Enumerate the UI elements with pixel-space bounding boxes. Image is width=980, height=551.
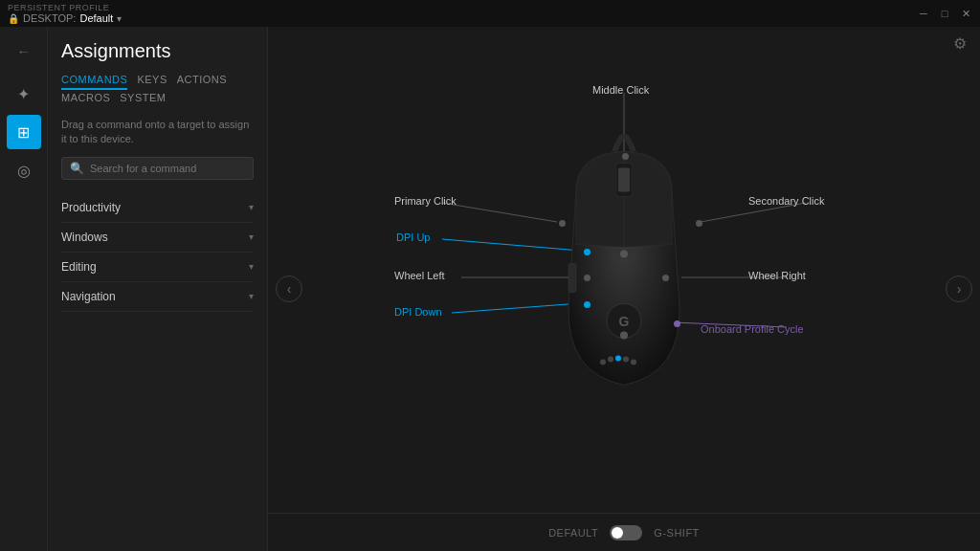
svg-point-14	[615, 356, 621, 362]
tab-row-1: COMMANDS KEYS ACTIONS	[61, 74, 254, 90]
chevron-down-icon: ▾	[249, 291, 254, 301]
category-navigation[interactable]: Navigation ▾	[61, 282, 254, 312]
svg-rect-11	[568, 264, 576, 293]
dpi-down-label: DPI Down	[394, 306, 442, 318]
svg-point-12	[600, 360, 606, 365]
icon-bar: ← ✦ ⊞ ◎	[0, 27, 48, 551]
primary-click-dot[interactable]	[559, 220, 566, 227]
left-panel: Assignments COMMANDS KEYS ACTIONS MACROS…	[48, 27, 268, 551]
tab-macros[interactable]: MACROS	[61, 92, 110, 106]
dpi-up-label: DPI Up	[396, 231, 430, 243]
chevron-down-icon: ▾	[249, 202, 254, 212]
dpi-down-dot[interactable]	[584, 301, 590, 308]
category-windows-label: Windows	[61, 231, 108, 244]
category-navigation-label: Navigation	[61, 290, 116, 303]
toggle-knob	[612, 527, 623, 539]
chevron-down-icon: ▾	[249, 231, 254, 242]
default-label: DEFAULT	[548, 527, 598, 539]
drag-hint: Drag a command onto a target to assign i…	[61, 118, 254, 147]
category-productivity[interactable]: Productivity ▾	[61, 193, 254, 223]
close-button[interactable]: ✕	[959, 7, 972, 20]
back-button[interactable]: ←	[7, 34, 41, 69]
window-controls: ─ □ ✕	[917, 7, 972, 20]
back-icon: ←	[17, 44, 31, 59]
gshift-label: G-SHIFT	[654, 527, 700, 539]
tab-row-2: MACROS SYSTEM	[61, 92, 254, 106]
mouse-illustration: G	[547, 135, 701, 403]
main-content: ⚙ ‹ ›	[268, 27, 980, 551]
tab-actions[interactable]: ACTIONS	[177, 74, 227, 90]
app-container: ← ✦ ⊞ ◎ Assignments COMMANDS KEYS ACTION…	[0, 27, 980, 551]
lighting-button[interactable]: ✦	[7, 77, 41, 111]
svg-point-19	[620, 332, 628, 340]
svg-line-1	[442, 203, 557, 222]
profile-selector[interactable]: 🔒 DESKTOP: Default ▾	[8, 12, 122, 24]
minimize-button[interactable]: ─	[917, 7, 930, 20]
primary-click-label: Primary Click	[394, 195, 457, 207]
svg-point-15	[623, 357, 629, 363]
dpi-button[interactable]: ◎	[7, 153, 41, 187]
chevron-down-icon: ▾	[249, 261, 254, 272]
maximize-button[interactable]: □	[938, 7, 951, 20]
assignments-icon: ⊞	[17, 123, 30, 142]
profile-name: Default	[79, 12, 113, 24]
assignments-button[interactable]: ⊞	[7, 115, 41, 149]
desktop-prefix: DESKTOP:	[23, 12, 76, 24]
mouse-body: G	[547, 135, 701, 406]
secondary-click-label: Secondary Click	[748, 195, 824, 207]
settings-button[interactable]: ⚙	[953, 34, 967, 53]
search-input[interactable]	[90, 163, 245, 174]
category-editing[interactable]: Editing ▾	[61, 253, 254, 282]
svg-point-16	[631, 360, 636, 365]
wheel-left-label: Wheel Left	[394, 270, 445, 281]
svg-text:G: G	[619, 314, 630, 329]
svg-rect-9	[618, 168, 630, 192]
wheel-left-dot[interactable]	[584, 275, 590, 281]
category-editing-label: Editing	[61, 260, 97, 274]
onboard-profile-dot[interactable]	[674, 320, 680, 327]
dpi-icon: ◎	[17, 162, 31, 180]
wheel-right-label: Wheel Right	[748, 270, 806, 281]
category-windows[interactable]: Windows ▾	[61, 223, 254, 253]
profile-chevron-icon: ▾	[117, 13, 122, 24]
dpi-up-dot[interactable]	[584, 249, 590, 255]
search-box[interactable]: 🔍	[61, 157, 254, 180]
profile-info: PERSISTENT PROFILE 🔒 DESKTOP: Default ▾	[8, 3, 122, 24]
middle-click-dot[interactable]	[622, 153, 629, 160]
titlebar: PERSISTENT PROFILE 🔒 DESKTOP: Default ▾ …	[0, 0, 980, 27]
gshift-toggle[interactable]	[610, 525, 642, 540]
tab-commands[interactable]: COMMANDS	[61, 74, 127, 90]
panel-title: Assignments	[61, 40, 254, 62]
tab-keys[interactable]: KEYS	[137, 74, 167, 90]
secondary-click-dot[interactable]	[696, 220, 702, 227]
bottom-bar: DEFAULT G-SHIFT	[268, 513, 980, 551]
onboard-profile-cycle-label[interactable]: Onboard Profile Cycle	[701, 323, 804, 335]
tab-system[interactable]: SYSTEM	[120, 92, 166, 106]
mouse-svg-wrapper: G	[337, 50, 911, 490]
mouse-diagram: G	[268, 27, 980, 513]
middle-click-label: Middle Click	[592, 84, 649, 96]
svg-point-20	[620, 251, 628, 258]
search-icon: 🔍	[70, 162, 84, 175]
light-icon: ✦	[17, 85, 30, 103]
lock-icon: 🔒	[8, 13, 19, 24]
wheel-right-dot[interactable]	[662, 275, 669, 281]
persistent-profile-label: PERSISTENT PROFILE	[8, 3, 122, 12]
category-productivity-label: Productivity	[61, 201, 121, 214]
svg-point-13	[608, 357, 613, 363]
